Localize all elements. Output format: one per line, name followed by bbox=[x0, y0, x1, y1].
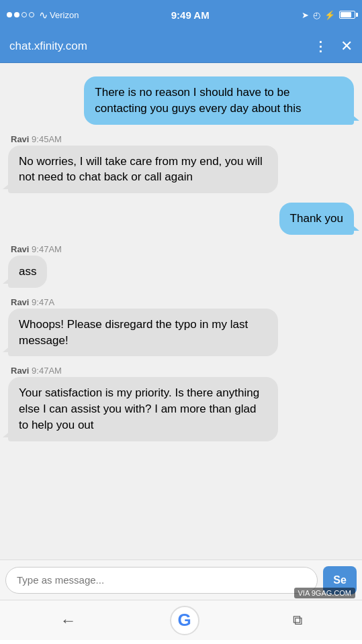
message-row-5: Ravi 9:47AWhoops! Please disregard the t… bbox=[8, 297, 354, 357]
signal-dot-2 bbox=[14, 12, 19, 17]
message-row-1: There is no reason I should have to be c… bbox=[8, 76, 354, 125]
sender-name-4: Ravi bbox=[11, 244, 29, 254]
message-row-2: Ravi 9:45AMNo worries, I will take care … bbox=[8, 134, 354, 194]
browser-url[interactable]: chat.xfinity.com bbox=[9, 40, 307, 53]
back-button[interactable]: ← bbox=[60, 611, 77, 630]
signal-dot-4 bbox=[29, 12, 34, 17]
google-logo[interactable]: G bbox=[170, 606, 199, 635]
sender-name-6: Ravi bbox=[11, 366, 29, 376]
signal-dot-3 bbox=[21, 12, 27, 17]
browser-menu-button[interactable]: ⋮ bbox=[314, 38, 328, 54]
message-bubble-1: There is no reason I should have to be c… bbox=[84, 76, 354, 125]
sender-info-6: Ravi 9:47AM bbox=[8, 366, 62, 376]
sender-info-2: Ravi 9:45AM bbox=[8, 134, 62, 144]
message-row-3: Thank you bbox=[8, 203, 354, 235]
battery-icon bbox=[339, 11, 355, 19]
chat-area: There is no reason I should have to be c… bbox=[0, 63, 362, 559]
message-time-6: 9:47AM bbox=[32, 366, 62, 376]
status-bar: ∿ Verizon 9:49 AM ➤ ◴ ⚡ bbox=[0, 0, 362, 30]
wifi-icon: ∿ bbox=[39, 9, 48, 21]
sender-info-4: Ravi 9:47AM bbox=[8, 244, 62, 254]
status-right: ➤ ◴ ⚡ bbox=[302, 10, 355, 20]
message-bubble-6: Your satisfaction is my priority. Is the… bbox=[8, 377, 278, 441]
tabs-button[interactable]: ⧉ bbox=[293, 612, 302, 628]
bottom-nav: ← G ⧉ bbox=[0, 600, 362, 640]
signal-dot-1 bbox=[7, 12, 12, 17]
message-input[interactable] bbox=[5, 567, 318, 594]
browser-close-button[interactable]: ✕ bbox=[341, 38, 353, 55]
browser-actions: ⋮ ✕ bbox=[314, 38, 353, 55]
message-row-6: Ravi 9:47AMYour satisfaction is my prior… bbox=[8, 366, 354, 441]
carrier-label: Verizon bbox=[50, 10, 79, 20]
sender-info-5: Ravi 9:47A bbox=[8, 297, 54, 307]
alarm-icon: ◴ bbox=[313, 10, 320, 20]
message-time-2: 9:45AM bbox=[32, 134, 62, 144]
status-time: 9:49 AM bbox=[171, 9, 210, 21]
message-time-4: 9:47AM bbox=[32, 244, 62, 254]
message-bubble-4: ass bbox=[8, 256, 47, 288]
location-icon: ➤ bbox=[302, 10, 309, 20]
message-bubble-3: Thank you bbox=[279, 203, 354, 235]
message-row-4: Ravi 9:47AMass bbox=[8, 244, 354, 288]
status-left: ∿ Verizon bbox=[7, 9, 79, 21]
message-time-5: 9:47A bbox=[32, 297, 54, 307]
message-bubble-2: No worries, I will take care from my end… bbox=[8, 146, 278, 194]
browser-bar: chat.xfinity.com ⋮ ✕ bbox=[0, 30, 362, 63]
sender-name-2: Ravi bbox=[11, 134, 29, 144]
bluetooth-icon: ⚡ bbox=[324, 10, 335, 20]
sender-name-5: Ravi bbox=[11, 297, 29, 307]
message-bubble-5: Whoops! Please disregard the typo in my … bbox=[8, 309, 278, 357]
watermark: VIA 9GAG.COM bbox=[294, 588, 355, 598]
